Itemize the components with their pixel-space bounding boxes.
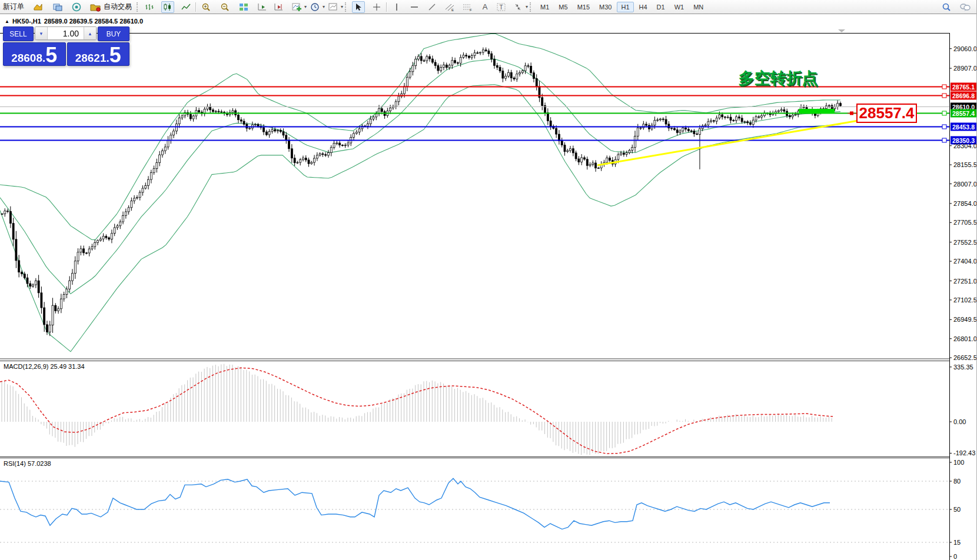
timeframe-m15[interactable]: M15 xyxy=(573,2,594,12)
chart-shift-icon[interactable] xyxy=(273,2,285,12)
label-tool-icon[interactable]: T xyxy=(496,2,507,12)
crosshair-tool-icon[interactable] xyxy=(371,2,383,12)
symbol-period-label: HK50-,H1 xyxy=(12,18,41,25)
price-axis-tick-label: 26949.5 xyxy=(953,316,977,323)
fibonacci-tool-icon[interactable]: F xyxy=(461,2,473,12)
timeframe-mn[interactable]: MN xyxy=(689,2,707,12)
autotrade-icon[interactable] xyxy=(89,2,101,12)
timeframe-h4[interactable]: H4 xyxy=(635,2,652,12)
search-icon[interactable] xyxy=(941,2,952,12)
profiles-icon[interactable] xyxy=(52,2,64,12)
volume-input[interactable]: 1.00 xyxy=(48,27,84,39)
rsi-axis-tick-label: 0 xyxy=(953,553,957,560)
price-axis-tick-label: 28907.0 xyxy=(953,65,977,72)
horizontal-line-object[interactable]: 28696.8 xyxy=(0,92,977,100)
indicators-dropdown-caret[interactable]: ▾ xyxy=(304,4,307,9)
rsi-line xyxy=(0,478,830,529)
timeframe-m5[interactable]: M5 xyxy=(554,2,571,12)
bar-chart-mode-icon[interactable] xyxy=(144,2,155,12)
buy-price-main: 28621 xyxy=(75,52,107,64)
text-tool-icon[interactable]: A xyxy=(479,2,491,12)
periods-icon[interactable] xyxy=(309,2,321,12)
callout-price-text: 28557.4 xyxy=(859,104,915,122)
svg-text:E: E xyxy=(451,8,454,12)
chart-shift-marker-icon[interactable] xyxy=(838,29,845,32)
price-pane xyxy=(0,34,841,352)
line-end-marker xyxy=(942,85,946,89)
price-axis-tick-label: 27552.5 xyxy=(953,239,977,246)
price-axis-tick-label: 28007.0 xyxy=(953,181,977,188)
price-callout-box[interactable]: 28557.4 xyxy=(848,104,916,122)
rsi-axis-tick-label: 100 xyxy=(953,459,964,466)
timeframe-w1[interactable]: W1 xyxy=(670,2,689,12)
arrows-dropdown-caret[interactable]: ▾ xyxy=(526,4,528,9)
timeframe-m1[interactable]: M1 xyxy=(536,2,553,12)
zoom-in-icon[interactable] xyxy=(200,2,212,12)
volume-increase-button[interactable]: ▴ xyxy=(84,27,96,39)
buy-price-button[interactable]: 28621.5 xyxy=(67,42,130,66)
periods-dropdown-caret[interactable]: ▾ xyxy=(323,4,325,9)
line-chart-mode-icon[interactable] xyxy=(180,2,192,12)
sell-button[interactable]: SELL xyxy=(3,26,34,41)
arrows-tool-icon[interactable] xyxy=(512,2,524,12)
timeframe-m30[interactable]: M30 xyxy=(595,2,616,12)
horizontal-line-tool-icon[interactable] xyxy=(408,2,420,12)
channel-tool-icon[interactable]: E xyxy=(444,2,456,12)
volume-stepper[interactable]: ▾ 1.00 ▴ xyxy=(35,26,97,40)
sell-price-button[interactable]: 28608.5 xyxy=(3,42,66,66)
trendline-tool-icon[interactable] xyxy=(426,2,438,12)
buy-button[interactable]: BUY xyxy=(98,26,129,41)
callout-anchor-marker xyxy=(850,112,853,115)
horizontal-line-object[interactable]: 28453.8 xyxy=(0,123,977,131)
rsi-axis-tick-label: 80 xyxy=(953,478,961,485)
autotrade-button[interactable]: 自动交易 xyxy=(102,1,135,13)
new-order-button[interactable]: 新订单 xyxy=(0,1,27,13)
buy-price-frac: 5 xyxy=(109,46,121,65)
tile-windows-icon[interactable] xyxy=(238,2,250,12)
price-axis-tick-label: 27705.5 xyxy=(953,219,977,226)
turning-point-annotation: 多空转折点 xyxy=(739,69,818,87)
cursor-tool-icon[interactable] xyxy=(352,1,365,13)
templates-icon[interactable] xyxy=(327,2,339,12)
toolbar-separator xyxy=(195,2,197,12)
rsi-axis-tick-label: 15 xyxy=(953,539,961,546)
macd-pane: MACD(12,26,9) 25.49 31.34335.350.00-192.… xyxy=(0,363,975,456)
svg-text:T: T xyxy=(500,4,503,11)
volume-decrease-button[interactable]: ▾ xyxy=(35,27,48,39)
alerts-icon[interactable] xyxy=(71,2,82,12)
green-highlight-rectangle[interactable] xyxy=(799,109,835,114)
ohlc-values: 28589.0 28639.5 28584.5 28610.0 xyxy=(44,18,143,25)
horizontal-line-object[interactable]: 28765.1 xyxy=(0,83,977,91)
macd-axis-tick-label: 0.00 xyxy=(953,418,966,425)
timeframe-h1[interactable]: H1 xyxy=(617,2,633,12)
macd-axis-tick-label: -192.43 xyxy=(953,449,975,456)
chat-icon[interactable] xyxy=(959,2,971,12)
price-label: 28696.8 xyxy=(952,92,975,99)
one-click-toggle-icon[interactable]: ▲ xyxy=(5,19,9,24)
price-axis-tick-label: 28304.0 xyxy=(953,142,977,149)
main-toolbar: 新订单 自动交易 xyxy=(0,0,977,14)
macd-axis-tick-label: 335.35 xyxy=(953,364,973,371)
price-chart[interactable]: 28765.128696.828610.028557.428453.828350… xyxy=(0,14,977,560)
toolbar-drag-handle xyxy=(530,2,533,12)
timeframe-d1[interactable]: D1 xyxy=(653,2,669,12)
macd-signal-line xyxy=(0,368,833,454)
templates-dropdown-caret[interactable]: ▾ xyxy=(341,4,343,9)
price-axis-tick-label: 27404.0 xyxy=(953,258,977,265)
indicators-icon[interactable] xyxy=(291,2,303,12)
vertical-line-tool-icon[interactable] xyxy=(391,2,403,12)
zoom-out-icon[interactable] xyxy=(219,2,231,12)
price-axis-tick-label: 27251.0 xyxy=(953,278,977,285)
price-axis-tick-label: 29060.0 xyxy=(953,45,977,52)
auto-scroll-icon[interactable] xyxy=(257,2,268,12)
new-order-label: 新订单 xyxy=(3,2,24,12)
price-axis-tick-label: 27102.5 xyxy=(953,296,977,304)
price-axis-tick-label: 27854.0 xyxy=(953,200,977,207)
sell-price-frac: 5 xyxy=(45,46,57,65)
toolbar-drag-handle xyxy=(137,2,139,12)
new-chart-icon[interactable] xyxy=(32,2,44,12)
horizontal-line-object[interactable]: 28350.3 xyxy=(0,136,977,145)
toolbar-separator xyxy=(386,2,387,12)
candle-chart-mode-icon[interactable] xyxy=(161,1,174,13)
candlestick-series xyxy=(1,48,841,336)
